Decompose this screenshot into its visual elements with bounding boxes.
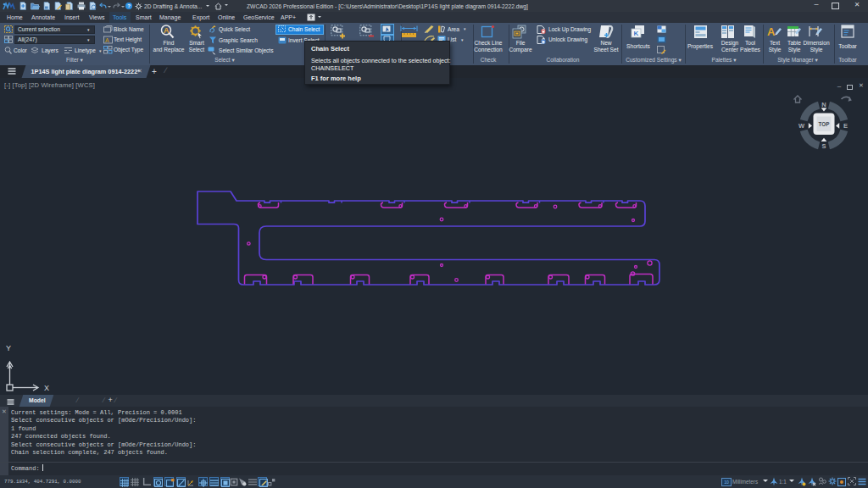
- svg-text:N: N: [821, 101, 826, 108]
- svg-text:Y: Y: [6, 344, 11, 352]
- svg-text:E: E: [843, 122, 848, 130]
- svg-text:X: X: [44, 384, 49, 392]
- svg-text:W: W: [798, 122, 805, 130]
- svg-text:TOP: TOP: [819, 121, 830, 127]
- svg-text:S: S: [821, 142, 826, 150]
